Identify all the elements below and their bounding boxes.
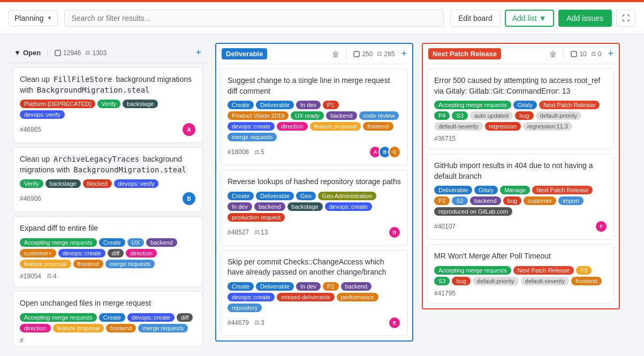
tag: backstage [46, 179, 81, 188]
tag: performance [337, 293, 378, 301]
card-id: #46865 [20, 126, 41, 133]
svg-rect-2 [571, 51, 577, 57]
card-footer: #41795 [434, 290, 608, 297]
tag: Deliverable [256, 192, 294, 200]
card-meta: #18008⚖5 [228, 148, 264, 156]
card[interactable]: Error 500 caused by attempting to access… [427, 69, 615, 149]
tag: P3 [576, 266, 592, 275]
tag: Gitaly [513, 101, 537, 109]
card-title: Clean up ArchiveLegacyTraces background … [20, 154, 195, 175]
tag: backend [254, 202, 285, 211]
card-tags: DeliverableGitalyManageNext Patch Releas… [434, 186, 608, 216]
card-id: #36715 [434, 135, 456, 142]
open-toggle[interactable]: ▼ Open [14, 49, 41, 57]
cards-scroll-deliverable: Suggest change to a single line in merge… [216, 64, 412, 340]
tag: Next Patch Release [513, 266, 574, 275]
tag: Accepting merge requests [434, 266, 511, 275]
tag: devops::create [228, 293, 275, 301]
card-tags: CreateDeliverableIn devP2backenddevops::… [228, 282, 401, 312]
tag: Accepting merge requests [20, 238, 97, 247]
edit-board-button[interactable]: Edit board [450, 10, 501, 27]
card[interactable]: MR Won't Merge After Poll Timeout Accept… [427, 244, 615, 304]
divider [47, 48, 48, 58]
card[interactable]: Skip per commit Checks::ChangeAccess whi… [221, 250, 408, 336]
card-weight: ⚖4 [47, 272, 57, 280]
card-footer: #48527⚖13 D [228, 226, 401, 239]
card-footer: #19054⚖4 [20, 272, 195, 280]
card[interactable]: Clean up ArchiveLegacyTraces background … [13, 147, 202, 212]
tag: bug [515, 111, 533, 120]
card-tags: Platform [DEPRECATED]Verifybackstagedevo… [20, 100, 195, 119]
card-id: #41795 [434, 290, 456, 297]
card[interactable]: Expand diff to entire file Accepting mer… [13, 216, 202, 287]
tag: feature proposal [20, 260, 71, 268]
card-title: Expand diff to entire file [20, 223, 195, 234]
card[interactable]: GitHub import results in 404 due to not … [427, 154, 615, 240]
card[interactable]: Reverse lookups of hashed repository sto… [221, 170, 408, 246]
card-title: GitHub import results in 404 due to not … [434, 161, 608, 181]
card[interactable]: Open unchanged files in merge request Ac… [13, 291, 202, 345]
tag: devops::verify [114, 179, 159, 188]
chevron-down-icon: ▼ [47, 15, 52, 21]
card[interactable]: Suggest change to a single line in merge… [221, 69, 408, 165]
card-tags: Accepting merge requestsCreateUXbackendc… [20, 238, 195, 268]
board-selector[interactable]: Planning ▼ [9, 10, 58, 26]
col-add-button[interactable]: + [608, 48, 613, 59]
chevron-down-icon: ▼ [539, 14, 547, 22]
tag: In dev [296, 282, 321, 291]
card-id: # [20, 337, 24, 344]
tag: Gitaly [474, 186, 498, 194]
card-weight: ⚖5 [254, 148, 264, 156]
svg-rect-1 [354, 51, 359, 57]
card-footer: #46865 A [20, 123, 195, 136]
tag: default-priority [536, 111, 582, 120]
card-title: Open unchanged files in merge request [20, 298, 195, 309]
avatar: F [595, 220, 608, 233]
col-add-button[interactable]: + [195, 47, 201, 58]
tag: backend [146, 238, 177, 247]
tag: Product Vision 2019 [228, 111, 289, 120]
search-input[interactable] [64, 10, 444, 27]
col-add-button[interactable]: + [401, 48, 407, 59]
tag: P1 [323, 101, 338, 109]
column-header-nextpatch: Next Patch Release 🗑 10 ⚖ 0 + [423, 44, 619, 64]
tag: Platform [DEPRECATED] [20, 100, 95, 108]
column-deliverable: Deliverable 🗑 250 ⚖ 265 + Suggest change… [215, 43, 413, 342]
avatar-group: E [388, 316, 401, 329]
tag: regression:11.3 [523, 122, 572, 131]
tag: code review [359, 111, 399, 120]
card-id: #19054 [20, 272, 41, 280]
card-meta: #46865 [20, 126, 41, 133]
card-tags: Accepting merge requestsNext Patch Relea… [434, 266, 608, 285]
card-tags: Accepting merge requestsCreatedevops::cr… [20, 313, 195, 332]
tag: Next Patch Release [539, 101, 600, 109]
col-delete-button[interactable]: 🗑 [332, 50, 339, 58]
fullscreen-button[interactable]: ⛶ [616, 10, 635, 27]
tag: Create [99, 313, 125, 322]
svg-rect-0 [55, 50, 60, 56]
tag: Verify [97, 100, 121, 108]
tag: customer [524, 196, 556, 205]
col-weight-count: ⚖ 1303 [85, 49, 107, 57]
tag: direction [126, 249, 157, 257]
col-header-left: Next Patch Release [428, 48, 545, 59]
tag: bug [452, 277, 470, 285]
card-footer: #44679⚖3 E [228, 316, 401, 329]
tag: auto updated [470, 111, 513, 120]
col-header-left: Deliverable [222, 48, 328, 59]
add-issues-button[interactable]: Add issues [558, 10, 612, 27]
tag: Deliverable [256, 282, 294, 291]
tag: Create [228, 282, 254, 291]
tag: devops::create [127, 313, 175, 322]
tag: S2 [452, 196, 467, 205]
col-weight-count: ⚖ 0 [591, 50, 602, 58]
col-delete-button[interactable]: 🗑 [549, 50, 557, 58]
add-list-button[interactable]: Add list ▼ [505, 10, 554, 27]
tag: backstage [123, 100, 158, 108]
tag: backstage [287, 202, 323, 211]
header-actions: Edit board Add list ▼ Add issues ⛶ [450, 10, 635, 27]
tag: P2 [434, 196, 450, 205]
tag: Geo [296, 192, 316, 200]
tag: direction [20, 324, 51, 332]
card[interactable]: Clean up FillFileStore background migrat… [13, 67, 202, 143]
